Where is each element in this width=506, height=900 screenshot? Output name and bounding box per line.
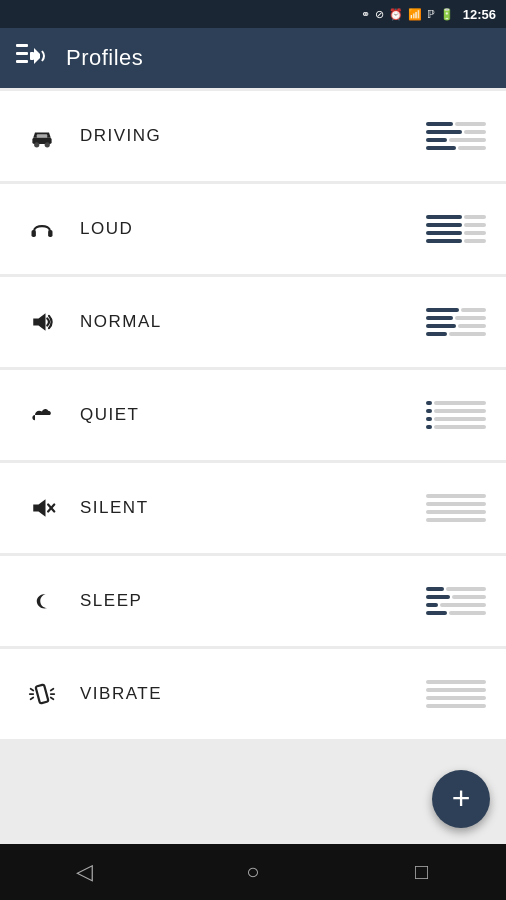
mute-icon [20, 494, 64, 522]
battery-icon: 🔋 [440, 8, 454, 21]
svg-rect-2 [16, 60, 28, 63]
cloud-icon [20, 401, 64, 429]
home-button[interactable]: ○ [228, 847, 278, 897]
volume-bars-sleep [426, 587, 486, 615]
svg-marker-11 [33, 313, 45, 331]
svg-line-21 [51, 698, 54, 700]
profile-row-quiet[interactable]: QUIET [0, 370, 506, 460]
svg-line-18 [31, 698, 34, 700]
status-time: 12:56 [463, 7, 496, 22]
svg-rect-8 [37, 134, 48, 138]
svg-line-16 [31, 689, 34, 691]
svg-rect-10 [48, 230, 52, 237]
profile-row-driving[interactable]: DRIVING [0, 91, 506, 181]
bluetooth-icon: ⚭ [361, 8, 370, 21]
volume-bars-quiet [426, 401, 486, 429]
headphones-icon [20, 215, 64, 243]
profile-label-silent: SILENT [80, 498, 426, 518]
navigation-bar: ◁ ○ □ [0, 844, 506, 900]
volume-bars-normal [426, 308, 486, 336]
back-button[interactable]: ◁ [59, 847, 109, 897]
svg-point-7 [45, 142, 50, 147]
svg-rect-4 [30, 52, 34, 60]
speaker-icon [20, 308, 64, 336]
profiles-list: DRIVING LOUD [0, 88, 506, 844]
wifi-icon: 📶 [408, 8, 422, 21]
svg-line-19 [51, 689, 54, 691]
svg-point-6 [34, 142, 39, 147]
page-title: Profiles [66, 45, 143, 71]
svg-rect-1 [16, 52, 28, 55]
profile-row-vibrate[interactable]: VIBRATE [0, 649, 506, 739]
add-icon: + [452, 782, 471, 814]
volume-bars-driving [426, 122, 486, 150]
profile-label-loud: LOUD [80, 219, 426, 239]
profile-row-loud[interactable]: LOUD [0, 184, 506, 274]
profile-row-sleep[interactable]: SLEEP [0, 556, 506, 646]
car-icon [20, 122, 64, 150]
moon-icon [20, 587, 64, 615]
profile-row-silent[interactable]: SILENT [0, 463, 506, 553]
alarm-icon: ⏰ [389, 8, 403, 21]
profile-label-vibrate: VIBRATE [80, 684, 426, 704]
svg-rect-9 [32, 230, 36, 237]
cancel-icon: ⊘ [375, 8, 384, 21]
add-profile-button[interactable]: + [432, 770, 490, 828]
vibrate-icon [20, 680, 64, 708]
status-icons: ⚭ ⊘ ⏰ 📶 ℙ 🔋 12:56 [361, 7, 496, 22]
svg-marker-3 [34, 48, 40, 64]
svg-rect-0 [16, 44, 28, 47]
volume-bars-silent [426, 494, 486, 522]
status-bar: ⚭ ⊘ ⏰ 📶 ℙ 🔋 12:56 [0, 0, 506, 28]
svg-rect-15 [36, 684, 49, 703]
profile-label-sleep: SLEEP [80, 591, 426, 611]
profile-label-driving: DRIVING [80, 126, 426, 146]
recents-button[interactable]: □ [397, 847, 447, 897]
profile-row-normal[interactable]: NORMAL [0, 277, 506, 367]
profile-label-normal: NORMAL [80, 312, 426, 332]
volume-bars-loud [426, 215, 486, 243]
toolbar: Profiles [0, 28, 506, 88]
menu-icon[interactable] [16, 42, 52, 75]
volume-bars-vibrate [426, 680, 486, 708]
svg-marker-12 [33, 499, 45, 517]
signal-icon: ℙ [427, 8, 435, 21]
profile-label-quiet: QUIET [80, 405, 426, 425]
